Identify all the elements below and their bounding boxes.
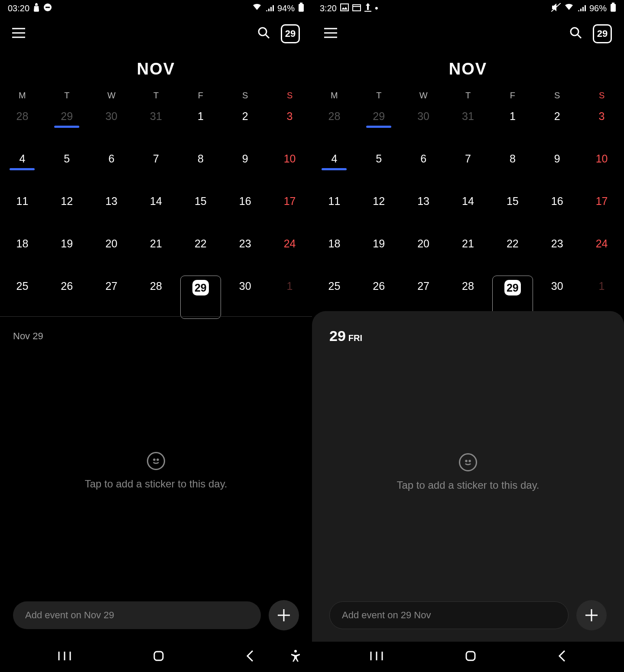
app-bar: 29: [0, 16, 312, 51]
day-cell[interactable]: 17: [267, 195, 312, 208]
upload-icon: [364, 3, 371, 14]
day-cell[interactable]: 2: [535, 110, 579, 123]
day-cell[interactable]: 28: [134, 280, 179, 292]
wifi-icon: [564, 3, 574, 13]
day-cell[interactable]: 12: [357, 195, 401, 208]
day-cell[interactable]: 16: [223, 195, 267, 208]
day-cell[interactable]: 4: [312, 153, 357, 165]
day-cell[interactable]: 15: [178, 195, 223, 208]
day-cell[interactable]: 2: [223, 110, 267, 123]
day-cell[interactable]: 15: [490, 195, 535, 208]
menu-icon[interactable]: [12, 28, 25, 40]
day-cell[interactable]: 7: [134, 153, 179, 165]
day-cell[interactable]: 29: [178, 280, 223, 295]
sticker-zone[interactable]: Tap to add a sticker to this day.: [329, 344, 607, 600]
day-cell[interactable]: 10: [579, 153, 624, 165]
day-cell[interactable]: 20: [89, 237, 134, 250]
back-icon[interactable]: [246, 650, 254, 664]
day-cell[interactable]: 30: [89, 110, 134, 123]
day-cell[interactable]: 17: [579, 195, 624, 208]
day-cell[interactable]: 19: [357, 237, 401, 250]
day-cell[interactable]: 5: [357, 153, 401, 165]
day-cell[interactable]: 29: [490, 280, 535, 295]
day-cell[interactable]: 24: [267, 237, 312, 250]
day-cell[interactable]: 30: [535, 280, 579, 292]
day-cell[interactable]: 11: [312, 195, 357, 208]
day-cell[interactable]: 14: [134, 195, 179, 208]
day-cell[interactable]: 28: [0, 110, 45, 123]
day-cell[interactable]: 13: [401, 195, 446, 208]
day-cell[interactable]: 6: [89, 153, 134, 165]
day-cell[interactable]: 26: [45, 280, 89, 292]
day-cell[interactable]: 3: [267, 110, 312, 123]
search-icon[interactable]: [569, 26, 582, 41]
day-cell[interactable]: 25: [0, 280, 45, 292]
day-cell[interactable]: 11: [0, 195, 45, 208]
day-cell[interactable]: 8: [178, 153, 223, 165]
day-cell[interactable]: 27: [401, 280, 446, 292]
day-cell[interactable]: 1: [267, 280, 312, 292]
day-cell[interactable]: 25: [312, 280, 357, 292]
day-cell[interactable]: 28: [312, 110, 357, 123]
day-cell[interactable]: 24: [579, 237, 624, 250]
home-icon[interactable]: [465, 650, 476, 663]
add-event-input[interactable]: [329, 601, 569, 629]
day-cell[interactable]: 27: [89, 280, 134, 292]
day-cell[interactable]: 21: [134, 237, 179, 250]
day-cell[interactable]: 1: [490, 110, 535, 123]
day-cell[interactable]: 10: [267, 153, 312, 165]
day-cell[interactable]: 6: [401, 153, 446, 165]
day-cell[interactable]: 3: [579, 110, 624, 123]
weekday-label: S: [267, 91, 312, 101]
day-cell[interactable]: 29: [357, 110, 401, 123]
day-cell[interactable]: 22: [490, 237, 535, 250]
day-cell[interactable]: 26: [357, 280, 401, 292]
day-cell[interactable]: 9: [535, 153, 579, 165]
sticker-zone[interactable]: Tap to add a sticker to this day.: [13, 342, 299, 600]
menu-icon[interactable]: [324, 28, 337, 40]
day-cell[interactable]: 14: [446, 195, 491, 208]
accessibility-icon[interactable]: [290, 649, 301, 664]
day-cell[interactable]: 18: [312, 237, 357, 250]
day-cell[interactable]: 1: [579, 280, 624, 292]
recents-icon[interactable]: [58, 651, 71, 663]
day-cell[interactable]: 23: [223, 237, 267, 250]
day-cell[interactable]: 30: [401, 110, 446, 123]
day-cell[interactable]: 21: [446, 237, 491, 250]
svg-rect-7: [154, 652, 163, 660]
add-event-input[interactable]: [13, 601, 261, 629]
day-cell[interactable]: 8: [490, 153, 535, 165]
add-button[interactable]: [576, 600, 607, 630]
add-button[interactable]: [269, 600, 299, 630]
day-cell[interactable]: 5: [45, 153, 89, 165]
day-cell[interactable]: 9: [223, 153, 267, 165]
weekday-label: T: [357, 91, 401, 101]
day-cell[interactable]: 29: [45, 110, 89, 123]
back-icon[interactable]: [558, 650, 566, 664]
home-icon[interactable]: [153, 650, 164, 663]
day-cell[interactable]: 12: [45, 195, 89, 208]
day-cell[interactable]: 31: [134, 110, 179, 123]
today-button[interactable]: 29: [281, 24, 300, 43]
day-detail-panel: Nov 29 Tap to add a sticker to this day.: [0, 316, 312, 642]
day-cell[interactable]: 18: [0, 237, 45, 250]
clock: 3:20: [320, 3, 337, 13]
day-cell[interactable]: 19: [45, 237, 89, 250]
day-cell[interactable]: 16: [535, 195, 579, 208]
day-cell[interactable]: 13: [89, 195, 134, 208]
day-cell[interactable]: 20: [401, 237, 446, 250]
day-cell[interactable]: 7: [446, 153, 491, 165]
day-cell[interactable]: 23: [535, 237, 579, 250]
day-cell[interactable]: 1: [178, 110, 223, 123]
day-cell[interactable]: 28: [446, 280, 491, 292]
status-bar: 03:20 94%: [0, 0, 312, 16]
day-cell[interactable]: 22: [178, 237, 223, 250]
today-button[interactable]: 29: [593, 24, 612, 43]
day-cell[interactable]: 4: [0, 153, 45, 165]
day-cell[interactable]: 30: [223, 280, 267, 292]
search-icon[interactable]: [257, 26, 270, 41]
event-indicator: [322, 168, 347, 170]
svg-rect-10: [353, 5, 361, 11]
recents-icon[interactable]: [370, 651, 383, 663]
day-cell[interactable]: 31: [446, 110, 491, 123]
